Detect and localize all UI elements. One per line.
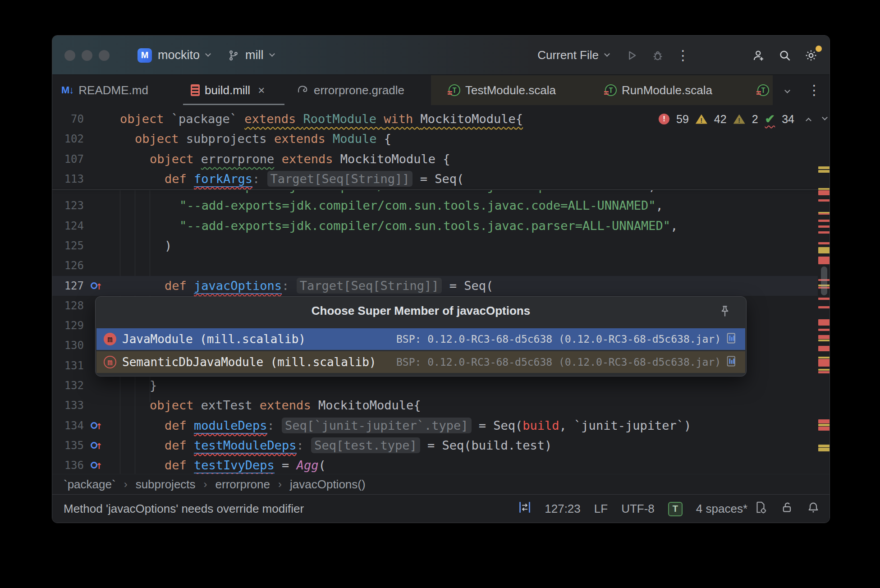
- stripe-mark[interactable]: [818, 220, 830, 222]
- stripe-mark[interactable]: [818, 247, 830, 253]
- stripe-mark[interactable]: [818, 242, 830, 244]
- settings-icon[interactable]: [802, 46, 820, 64]
- file-encoding[interactable]: UTF-8: [621, 502, 655, 516]
- unlock-icon[interactable]: [781, 501, 793, 517]
- tab-build-mill[interactable]: build.mill ×: [191, 75, 265, 105]
- more-icon[interactable]: ⋮: [807, 83, 821, 97]
- popup-row-semanticdbjavamodule[interactable]: m SemanticDbJavaModule (mill.scalalib) B…: [96, 351, 745, 373]
- branch-name[interactable]: mill: [245, 48, 264, 62]
- debug-icon[interactable]: [649, 46, 667, 64]
- code-row-126[interactable]: 126: [52, 256, 818, 276]
- stripe-mark[interactable]: [818, 329, 830, 331]
- code-row-136[interactable]: 136↑def testIvyDeps = Agg(: [52, 455, 818, 475]
- line-number: 113: [52, 169, 84, 189]
- type-highlighting-badge[interactable]: T: [668, 502, 683, 516]
- stripe-mark[interactable]: [818, 188, 830, 190]
- code-row-102[interactable]: 102object subprojects extends Module {: [52, 129, 818, 149]
- stripe-mark[interactable]: [818, 448, 830, 451]
- column-select-icon[interactable]: [518, 501, 531, 517]
- search-icon[interactable]: [776, 46, 794, 64]
- stripe-mark[interactable]: [818, 445, 830, 447]
- stripe-mark[interactable]: [818, 213, 830, 215]
- line-number: 132: [52, 376, 84, 395]
- line-separator[interactable]: LF: [594, 502, 608, 516]
- project-icon[interactable]: M: [138, 48, 152, 63]
- stripe-mark[interactable]: [818, 359, 830, 367]
- stripe-mark[interactable]: [818, 306, 830, 308]
- add-user-icon[interactable]: [750, 46, 768, 64]
- stripe-mark[interactable]: [818, 424, 830, 426]
- stripe-mark[interactable]: [818, 319, 830, 326]
- stripe-mark[interactable]: [818, 190, 830, 195]
- code-row-123[interactable]: 123"--add-exports=jdk.compiler/com.sun.t…: [52, 196, 818, 216]
- indent-setting[interactable]: 4 spaces*: [696, 502, 747, 516]
- code-row-127[interactable]: 127↑def javacOptions: Target[Seq[String]…: [52, 276, 818, 296]
- tab-testmodule-scala[interactable]: T TestModule.scala: [449, 75, 556, 105]
- minimize-window-button[interactable]: [82, 50, 92, 61]
- line-number: 70: [52, 109, 84, 129]
- line-number: 126: [52, 256, 84, 276]
- stripe-mark[interactable]: [818, 199, 830, 202]
- overrides-icon[interactable]: ↑: [91, 440, 102, 451]
- code-row-124[interactable]: 124"--add-exports=jdk.compiler/com.sun.t…: [52, 216, 818, 236]
- stripe-mark[interactable]: [818, 346, 830, 351]
- code-row-135[interactable]: 135↑def testModuleDeps: Seq[test.type] =…: [52, 436, 818, 455]
- project-name[interactable]: mockito: [158, 48, 200, 62]
- scala-test-icon: T: [449, 84, 460, 96]
- stripe-mark[interactable]: [818, 340, 830, 341]
- popup-row-javamodule[interactable]: m JavaModule (mill.scalalib) BSP: 0.12.0…: [96, 328, 745, 350]
- zoom-window-button[interactable]: [99, 50, 110, 61]
- run-icon[interactable]: [623, 46, 641, 64]
- code-row-133[interactable]: 133object extTest extends MockitoModule{: [52, 395, 818, 415]
- overrides-icon[interactable]: ↑: [91, 459, 102, 471]
- tab-clipped[interactable]: T: [757, 75, 769, 105]
- status-bar: Method 'javacOptions' needs override mod…: [52, 494, 830, 523]
- code-editor[interactable]: 123"--add-exports=jdk.compiler/com.sun.t…: [52, 105, 830, 475]
- stripe-mark[interactable]: [818, 225, 830, 228]
- inspections-widget[interactable]: ! 59 ! 42 ! 2 ✔ 34: [659, 112, 827, 126]
- caret-position[interactable]: 127:23: [545, 502, 581, 516]
- code-row-107[interactable]: 107object errorprone extends MockitoModu…: [52, 149, 818, 169]
- stripe-mark[interactable]: [818, 357, 830, 358]
- chevron-down-icon[interactable]: [784, 87, 790, 93]
- line-number: 134: [52, 416, 84, 436]
- stripe-mark[interactable]: [818, 166, 830, 169]
- branch-icon[interactable]: [225, 46, 243, 64]
- more-icon[interactable]: ⋮: [674, 46, 692, 64]
- library-icon: [725, 355, 738, 369]
- indent-config-icon[interactable]: [754, 501, 767, 517]
- stripe-mark[interactable]: [818, 419, 830, 423]
- stripe-mark[interactable]: [818, 298, 830, 300]
- stripe-mark[interactable]: [818, 257, 830, 264]
- stripe-mark[interactable]: [818, 371, 830, 373]
- stripe-mark[interactable]: [818, 170, 830, 173]
- code-row-125[interactable]: 125): [52, 236, 818, 256]
- notifications-icon[interactable]: [807, 501, 820, 517]
- previous-problem-icon[interactable]: [806, 118, 811, 124]
- code-row-113[interactable]: 113def forkArgs: Target[Seq[String]] = S…: [52, 169, 818, 189]
- stripe-mark[interactable]: [818, 335, 830, 339]
- code-row-partial[interactable]: "--add-exports=jdk.compiler/com.sun.tool…: [52, 190, 811, 196]
- overrides-icon[interactable]: ↑: [91, 280, 102, 292]
- pin-icon[interactable]: [718, 304, 732, 320]
- breadcrumb-errorprone[interactable]: errorprone: [215, 478, 270, 492]
- run-configuration[interactable]: Current File: [537, 48, 599, 62]
- breadcrumb-subprojects[interactable]: subprojects: [136, 478, 196, 492]
- stripe-mark[interactable]: [818, 231, 830, 234]
- tab-errorprone-gradle[interactable]: errorprone.gradle: [296, 75, 404, 105]
- close-window-button[interactable]: [64, 50, 75, 61]
- code-row-134[interactable]: 134↑def moduleDeps: Seq[`junit-jupiter`.…: [52, 416, 818, 436]
- stripe-mark[interactable]: [818, 427, 830, 431]
- screen: M mockito mill Current File: [0, 0, 880, 588]
- code-row-132[interactable]: 132}: [52, 376, 818, 395]
- breadcrumb-package[interactable]: `package`: [64, 478, 116, 492]
- tab-readme-md[interactable]: M↓ README.md: [61, 75, 148, 105]
- scrollbar-thumb[interactable]: [821, 266, 827, 295]
- chevron-down-icon: [269, 51, 275, 57]
- overrides-icon[interactable]: ↑: [91, 420, 102, 432]
- breadcrumb-javacoptions[interactable]: javacOptions(): [290, 478, 366, 492]
- close-icon[interactable]: ×: [258, 83, 265, 97]
- tab-label: TestModule.scala: [465, 83, 556, 97]
- tab-runmodule-scala[interactable]: T RunModule.scala: [605, 75, 712, 105]
- stripe-mark[interactable]: [818, 369, 830, 371]
